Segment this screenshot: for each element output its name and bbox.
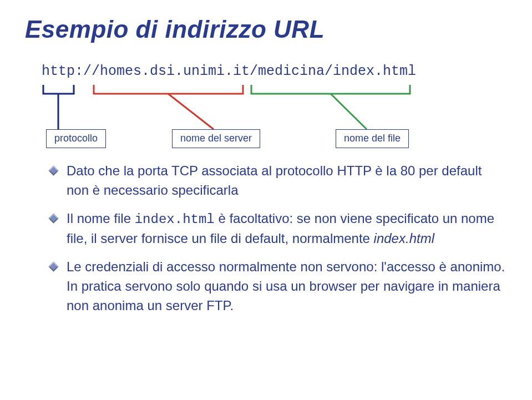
label-file: nome del file [336,129,409,148]
svg-line-1 [168,94,214,129]
list-item: Le credenziali di accesso normalmente no… [50,257,507,315]
url-diagram: protocollo nome del server nome del file [42,79,507,157]
list-item: Dato che la porta TCP associata al proto… [50,161,507,200]
bullet-list: Dato che la porta TCP associata al proto… [50,161,507,316]
bullet-text: Dato che la porta TCP associata al proto… [67,163,482,198]
italic-text: index.html [374,231,434,246]
code-text: index.html [135,212,215,227]
slide-title: Esempio di indirizzo URL [25,16,507,43]
label-server: nome del server [172,129,260,148]
label-protocollo: protocollo [46,129,106,148]
svg-line-2 [331,94,367,129]
connector-lines [42,79,496,157]
bullet-text: Il nome file [67,211,135,226]
url-text: http://homes.dsi.unimi.it/medicina/index… [42,63,507,79]
bullet-text: Le credenziali di accesso normalmente no… [67,259,505,313]
list-item: Il nome file index.html è facoltativo: s… [50,209,507,249]
